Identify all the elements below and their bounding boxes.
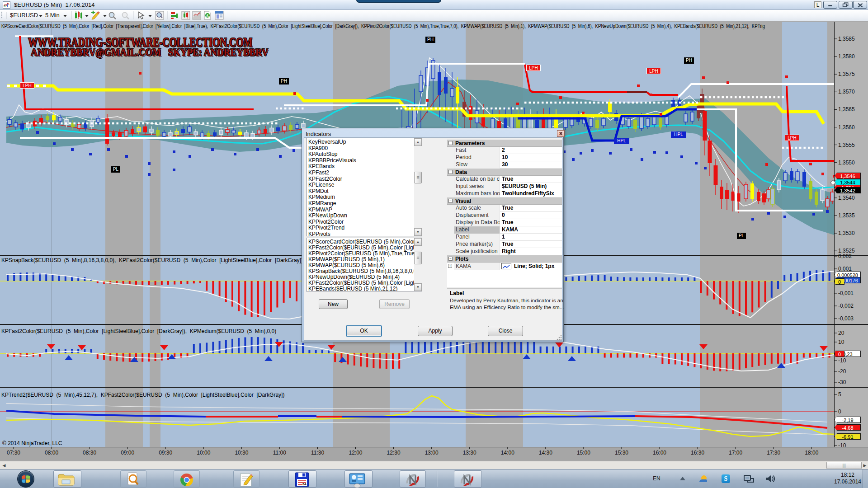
svg-text:14:00: 14:00 <box>501 450 514 456</box>
svg-text:15:00: 15:00 <box>577 450 590 456</box>
svg-text:14:30: 14:30 <box>539 450 552 456</box>
svg-text:-0,001: -0,001 <box>838 290 854 296</box>
svg-text:09:00: 09:00 <box>121 450 134 456</box>
svg-text:1,3550: 1,3550 <box>838 160 855 166</box>
svg-text:1,3560: 1,3560 <box>838 124 855 131</box>
svg-text:17:30: 17:30 <box>767 450 780 456</box>
svg-text:10: 10 <box>838 339 844 345</box>
svg-text:-30: -30 <box>838 379 846 385</box>
svg-text:1,3565: 1,3565 <box>838 106 855 113</box>
svg-text:15:30: 15:30 <box>615 450 628 456</box>
svg-text:64·: 64· <box>302 483 307 486</box>
svg-text:-10: -10 <box>838 357 846 364</box>
svg-text:-0,003: -0,003 <box>838 315 854 322</box>
svg-text:-20: -20 <box>838 368 846 375</box>
svg-text:18:00: 18:00 <box>805 450 818 456</box>
svg-text:13:00: 13:00 <box>425 450 439 456</box>
svg-text:0: 0 <box>838 408 841 415</box>
svg-text:20: 20 <box>838 330 844 336</box>
svg-text:0,002: 0,002 <box>838 253 852 259</box>
svg-text:-10: -10 <box>838 442 846 447</box>
svg-text:16:30: 16:30 <box>691 450 704 456</box>
svg-text:1,3585: 1,3585 <box>838 36 855 42</box>
svg-text:09:30: 09:30 <box>159 450 172 456</box>
svg-text:11:00: 11:00 <box>273 450 286 456</box>
svg-text:1,3580: 1,3580 <box>838 53 855 60</box>
svg-text:12:30: 12:30 <box>387 450 401 456</box>
svg-text:1,3535: 1,3535 <box>838 212 855 219</box>
svg-text:1,3570: 1,3570 <box>838 89 855 95</box>
svg-text:12:00: 12:00 <box>349 450 362 456</box>
svg-text:17:00: 17:00 <box>729 450 742 456</box>
svg-text:1,3540: 1,3540 <box>838 195 855 201</box>
svg-text:11:30: 11:30 <box>311 450 324 456</box>
svg-text:08:30: 08:30 <box>83 450 96 456</box>
svg-text:07:30: 07:30 <box>7 450 20 456</box>
svg-text:0,001: 0,001 <box>838 266 852 272</box>
svg-text:16:00: 16:00 <box>653 450 666 456</box>
svg-text:-0,002: -0,002 <box>838 303 854 309</box>
svg-text:10:00: 10:00 <box>197 450 210 456</box>
svg-text:1,3530: 1,3530 <box>838 230 855 236</box>
svg-text:10:30: 10:30 <box>235 450 248 456</box>
svg-text:08:00: 08:00 <box>45 450 58 456</box>
svg-text:13:30: 13:30 <box>463 450 476 456</box>
svg-text:1,3575: 1,3575 <box>838 71 855 77</box>
svg-text:1,3555: 1,3555 <box>838 142 855 148</box>
svg-text:5: 5 <box>838 391 841 398</box>
